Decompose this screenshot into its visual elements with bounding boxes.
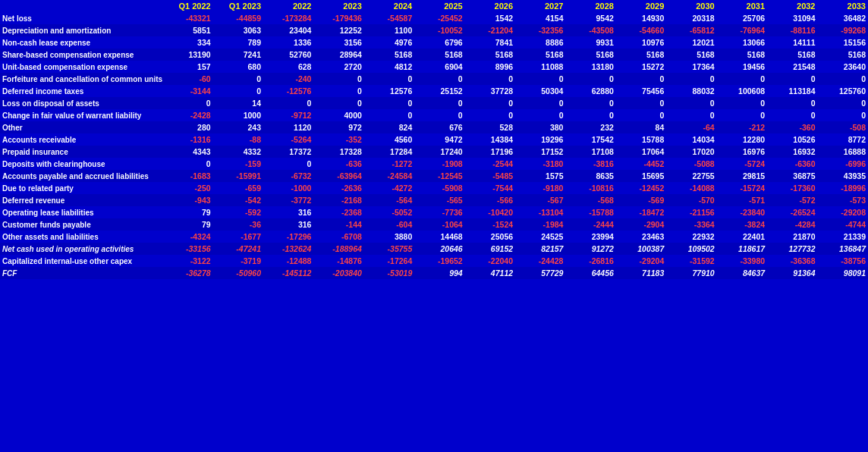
row-label: Prepaid insurance: [0, 146, 162, 158]
col-header-2033: 2033: [818, 0, 869, 12]
row-label: Operating lease liabilities: [0, 206, 162, 218]
col-header-2031: 2031: [717, 0, 767, 12]
cell-value: 100608: [717, 85, 767, 97]
cell-value: -21204: [465, 24, 515, 36]
row-label: Deposits with clearinghouse: [0, 158, 162, 170]
cell-value: -47241: [213, 243, 263, 255]
cell-value: 5168: [767, 49, 817, 61]
cell-value: 25056: [465, 231, 515, 243]
cell-value: 0: [313, 97, 363, 109]
cell-value: -32356: [515, 24, 565, 36]
cell-value: -3180: [515, 158, 565, 170]
cell-value: -659: [213, 182, 263, 194]
cell-value: 23404: [263, 24, 313, 36]
cell-value: 57729: [515, 267, 565, 279]
cell-value: 17240: [414, 146, 464, 158]
cell-value: 71183: [616, 267, 666, 279]
cell-value: 69152: [465, 243, 515, 255]
cell-value: -569: [616, 194, 666, 206]
cell-value: 334: [162, 36, 212, 49]
cell-value: 0: [818, 73, 869, 85]
cell-value: 0: [364, 97, 414, 109]
cell-value: 25706: [717, 12, 767, 24]
cell-value: 17020: [666, 146, 716, 158]
cell-value: 3156: [313, 36, 363, 49]
cell-value: -2636: [313, 182, 363, 194]
cell-value: 1100: [364, 24, 414, 36]
cell-value: 789: [213, 36, 263, 49]
cell-value: 37728: [465, 85, 515, 97]
cell-value: -29204: [616, 255, 666, 267]
cell-value: 19296: [515, 133, 565, 146]
cell-value: -26816: [565, 255, 615, 267]
cell-value: -12576: [263, 85, 313, 97]
cell-value: 7841: [465, 36, 515, 49]
cell-value: 0: [616, 109, 666, 121]
col-header-2024: 2024: [364, 0, 414, 12]
cell-value: 380: [515, 121, 565, 133]
cell-value: 14384: [465, 133, 515, 146]
cell-value: 5168: [414, 49, 464, 61]
cell-value: 25152: [414, 85, 464, 97]
cell-value: 14111: [767, 36, 817, 49]
cell-value: 28964: [313, 49, 363, 61]
row-label: Customer funds payable: [0, 218, 162, 231]
cell-value: 680: [213, 61, 263, 73]
cell-value: 15695: [616, 170, 666, 182]
cell-value: 20646: [414, 243, 464, 255]
cell-value: 0: [818, 97, 869, 109]
cell-value: -2544: [465, 158, 515, 170]
row-label: Due to related party: [0, 182, 162, 194]
cell-value: 84: [616, 121, 666, 133]
table-row: Accounts payable and accrued liabilities…: [0, 170, 868, 182]
cell-value: 47112: [465, 267, 515, 279]
cell-value: 125760: [818, 85, 869, 97]
cell-value: 15156: [818, 36, 869, 49]
cell-value: 15788: [616, 133, 666, 146]
cell-value: 12021: [666, 36, 716, 49]
cell-value: 0: [364, 109, 414, 121]
cell-value: 6904: [414, 61, 464, 73]
cell-value: 17284: [364, 146, 414, 158]
cell-value: -943: [162, 194, 212, 206]
cell-value: 4812: [364, 61, 414, 73]
row-label: Deferred income taxes: [0, 85, 162, 97]
cell-value: 13190: [162, 49, 212, 61]
cell-value: 12280: [717, 133, 767, 146]
cell-value: -4452: [616, 158, 666, 170]
cell-value: 13180: [565, 61, 615, 73]
cell-value: -203840: [313, 267, 363, 279]
cell-value: -5724: [717, 158, 767, 170]
cell-value: -12488: [263, 255, 313, 267]
cell-value: 84637: [717, 267, 767, 279]
cell-value: 64456: [565, 267, 615, 279]
cell-value: -2428: [162, 109, 212, 121]
cell-value: -173284: [263, 12, 313, 24]
col-header-2022: 2022: [263, 0, 313, 12]
cell-value: -4324: [162, 231, 212, 243]
cell-value: -15724: [717, 182, 767, 194]
cell-value: -21156: [666, 206, 716, 218]
cell-value: 12252: [313, 24, 363, 36]
cell-value: -2368: [313, 206, 363, 218]
cell-value: 31094: [767, 12, 817, 24]
cell-value: -14876: [313, 255, 363, 267]
cell-value: 14: [213, 97, 263, 109]
cell-value: -76964: [717, 24, 767, 36]
cell-value: 528: [465, 121, 515, 133]
cell-value: -18996: [818, 182, 869, 194]
cell-value: -26524: [767, 206, 817, 218]
row-label: Net cash used in operating activities: [0, 243, 162, 255]
cell-value: -23840: [717, 206, 767, 218]
cell-value: -24584: [364, 170, 414, 182]
cell-value: -159: [213, 158, 263, 170]
cell-value: 98091: [818, 267, 869, 279]
row-label: Loss on disposal of assets: [0, 97, 162, 109]
row-label: Accounts payable and accrued liabilities: [0, 170, 162, 182]
cell-value: -567: [515, 194, 565, 206]
cell-value: 36875: [767, 170, 817, 182]
cell-value: 8886: [515, 36, 565, 49]
row-label: Share-based compensation expense: [0, 49, 162, 61]
cell-value: 1575: [515, 170, 565, 182]
cell-value: 0: [717, 97, 767, 109]
